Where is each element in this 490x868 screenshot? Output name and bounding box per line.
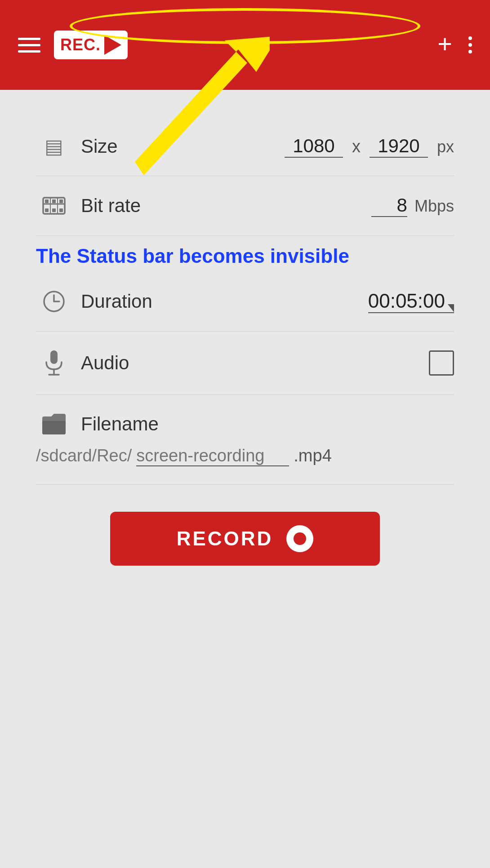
record-button-label: RECORD [177, 527, 273, 550]
ruler-icon: ▤ [45, 135, 63, 158]
size-unit: px [437, 137, 454, 156]
filename-prefix: /sdcard/Rec/ [36, 446, 132, 465]
svg-rect-3 [45, 199, 49, 203]
audio-icon-container [36, 350, 72, 376]
header-left: REC. [18, 31, 128, 59]
app-header: REC. + [0, 0, 490, 90]
dot-2 [468, 43, 472, 47]
filename-label: Filename [72, 413, 159, 435]
filename-inputs-container: /sdcard/Rec/ .mp4 [36, 446, 454, 466]
add-button[interactable]: + [437, 31, 452, 57]
filename-icon-container [36, 413, 72, 435]
hamburger-line-2 [18, 44, 40, 46]
hamburger-line-1 [18, 38, 40, 40]
duration-icon-container [36, 290, 72, 313]
size-row: ▤ Size x px [36, 117, 454, 176]
svg-rect-15 [50, 350, 58, 364]
main-content: ▤ Size x px Bit rate [0, 90, 490, 611]
svg-rect-6 [45, 208, 49, 212]
record-button-icon [286, 525, 313, 552]
bitrate-label: Bit rate [72, 195, 371, 217]
bitrate-value-container: Mbps [371, 195, 454, 217]
bitrate-unit: Mbps [414, 197, 454, 216]
hamburger-line-3 [18, 50, 40, 53]
film-icon [42, 194, 66, 217]
size-label: Size [72, 136, 285, 157]
svg-rect-8 [59, 208, 63, 212]
audio-row: Audio [36, 332, 454, 395]
duration-select-wrapper[interactable]: 00:05:00 [368, 290, 454, 313]
bitrate-icon-container [36, 194, 72, 217]
size-height-input[interactable] [370, 135, 428, 158]
more-options-button[interactable] [468, 36, 472, 53]
duration-label: Duration [72, 291, 368, 312]
logo-text: REC. [60, 35, 101, 54]
hamburger-menu-button[interactable] [18, 38, 40, 53]
audio-checkbox[interactable] [429, 350, 454, 376]
folder-icon [41, 413, 67, 435]
header-right: + [437, 31, 472, 58]
size-separator: x [352, 137, 361, 156]
duration-value: 00:05:00 [368, 290, 454, 313]
record-circle-inner [294, 532, 306, 545]
svg-rect-5 [59, 199, 63, 203]
duration-row: Duration 00:05:00 [36, 272, 454, 332]
microphone-icon [43, 350, 65, 376]
filename-extension: .mp4 [294, 446, 331, 465]
duration-value-container: 00:05:00 [368, 290, 454, 313]
audio-checkbox-container [429, 350, 454, 376]
svg-rect-7 [52, 208, 56, 212]
filename-input[interactable] [136, 446, 289, 466]
status-bar-annotation: The Status bar becomes invisible [36, 236, 454, 272]
filename-header: Filename [36, 413, 159, 435]
record-button[interactable]: RECORD [110, 512, 380, 566]
size-inputs: x px [285, 135, 454, 158]
audio-label: Audio [72, 352, 429, 374]
size-icon-container: ▤ [36, 135, 72, 158]
size-width-input[interactable] [285, 135, 343, 158]
svg-rect-4 [52, 199, 56, 203]
logo-play-icon [104, 35, 121, 55]
dot-1 [468, 36, 472, 40]
filename-row: Filename /sdcard/Rec/ .mp4 [36, 395, 454, 485]
bitrate-row: Bit rate Mbps [36, 176, 454, 236]
clock-icon [42, 290, 66, 313]
dot-3 [468, 50, 472, 53]
app-logo: REC. [54, 31, 128, 59]
bitrate-input[interactable] [371, 195, 407, 217]
record-button-container: RECORD [36, 485, 454, 584]
